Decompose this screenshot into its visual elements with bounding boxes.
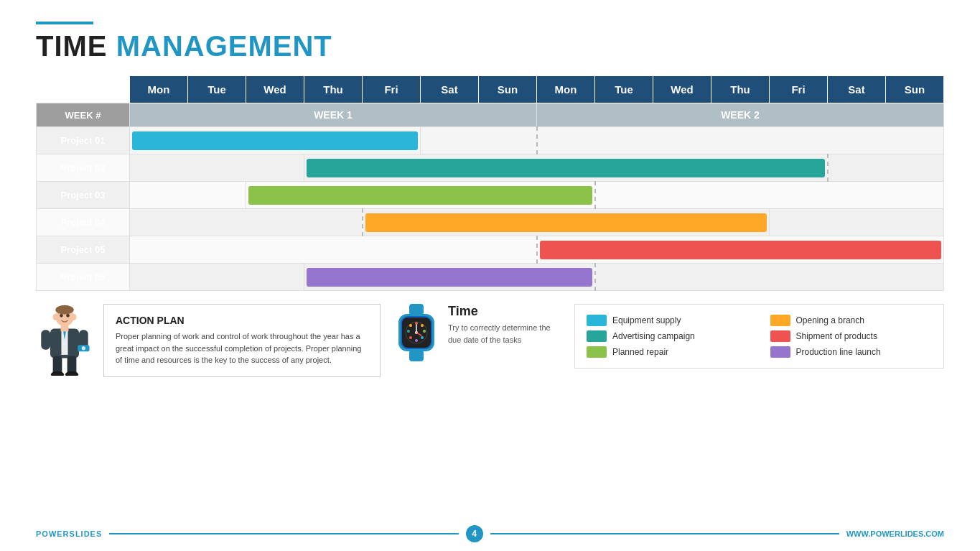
- svg-rect-18: [409, 304, 424, 315]
- project-06-empty2: [595, 264, 944, 291]
- title-dark: TIME: [36, 30, 108, 62]
- project-05-label: Project 05: [37, 236, 130, 264]
- footer-website: WWW.POWERLIDES.COM: [846, 529, 944, 538]
- svg-point-16: [60, 314, 63, 318]
- project-05-empty1: [130, 236, 537, 264]
- project-04-label: Project 04: [37, 209, 130, 236]
- gantt-table: Mon Tue Wed Thu Fri Sat Sun Mon Tue Wed …: [36, 75, 944, 291]
- legend-color-1: [770, 315, 790, 326]
- legend-color-5: [770, 346, 790, 358]
- week-hash: WEEK #: [37, 103, 130, 127]
- legend-color-0: [587, 315, 607, 326]
- svg-point-26: [423, 330, 426, 333]
- action-plan-block: ACTION PLAN Proper planning of work and …: [36, 304, 381, 377]
- svg-point-31: [409, 324, 412, 327]
- day-w2-thu: Thu: [711, 76, 770, 103]
- project-03-label: Project 03: [37, 182, 130, 209]
- day-w1-wed: Wed: [246, 76, 304, 103]
- project-03-empty1: [130, 182, 246, 209]
- project-04-empty2: [770, 209, 944, 236]
- day-w2-fri: Fri: [770, 76, 828, 103]
- slide: TIME MANAGEMENT Mon Tue Wed Thu: [0, 0, 980, 551]
- footer-line-right: [490, 533, 839, 534]
- legend-label-3: Shipment of products: [796, 331, 877, 341]
- day-w2-sat: Sat: [828, 76, 886, 103]
- action-plan-title: ACTION PLAN: [116, 315, 368, 326]
- gantt-chart: Mon Tue Wed Thu Fri Sat Sun Mon Tue Wed …: [36, 75, 944, 291]
- project-02-bar: [304, 154, 828, 182]
- legend-label-1: Opening a branch: [796, 315, 864, 325]
- legend-color-4: [587, 346, 607, 358]
- project-row-01: Project 01: [37, 127, 944, 154]
- project-row-02: Project 02: [37, 154, 944, 182]
- page-title: TIME MANAGEMENT: [36, 30, 944, 62]
- action-plan-body: Proper planning of work and control of w…: [116, 330, 368, 366]
- legend-block: Equipment supply Opening a branch Advert…: [574, 304, 944, 369]
- project-02-label: Project 02: [37, 154, 130, 182]
- legend-item-4: Planned repair: [587, 346, 749, 358]
- day-w2-mon: Mon: [537, 76, 595, 103]
- svg-rect-13: [61, 325, 69, 331]
- header-empty: [37, 76, 130, 103]
- project-03-bar: [246, 182, 595, 209]
- day-w1-sun: Sun: [479, 76, 537, 103]
- project-06-bar: [304, 264, 595, 291]
- project-05-bar: [537, 236, 944, 264]
- legend-color-2: [587, 330, 607, 342]
- legend-item-2: Advertising campaign: [587, 330, 749, 342]
- svg-rect-19: [409, 350, 424, 361]
- footer-brand: POWERSLIDES: [36, 529, 102, 538]
- footer: POWERSLIDES 4 WWW.POWERLIDES.COM: [36, 525, 944, 542]
- footer-line-left: [109, 533, 458, 534]
- svg-point-8: [65, 371, 78, 376]
- legend-item-0: Equipment supply: [587, 315, 749, 326]
- project-02-empty2: [828, 154, 944, 182]
- bar-teal-02: [307, 159, 825, 177]
- day-w1-mon: Mon: [130, 76, 188, 103]
- project-row-03: Project 03: [37, 182, 944, 209]
- gantt-week-row: WEEK # WEEK 1 WEEK 2: [37, 103, 944, 127]
- legend-item-1: Opening a branch: [770, 315, 933, 326]
- footer-page-number: 4: [466, 525, 483, 542]
- project-01-label: Project 01: [37, 127, 130, 154]
- time-block: Time Try to correctly determine the due …: [395, 304, 560, 361]
- legend-label-4: Planned repair: [612, 347, 668, 357]
- day-w1-fri: Fri: [363, 76, 421, 103]
- svg-point-29: [409, 336, 412, 339]
- legend-color-3: [770, 330, 790, 342]
- title-blue: MANAGEMENT: [116, 30, 332, 62]
- bottom-section: ACTION PLAN Proper planning of work and …: [36, 304, 944, 377]
- svg-point-12: [82, 346, 85, 350]
- bar-red-05: [540, 241, 942, 259]
- gantt-header-row: Mon Tue Wed Thu Fri Sat Sun Mon Tue Wed …: [37, 76, 944, 103]
- svg-point-17: [66, 314, 70, 318]
- day-w2-sun: Sun: [886, 76, 944, 103]
- action-plan-text-box: ACTION PLAN Proper planning of work and …: [103, 304, 381, 377]
- svg-point-27: [421, 336, 424, 339]
- footer-brand-dark: POWER: [36, 529, 70, 538]
- bar-blue-01: [132, 131, 418, 150]
- legend-label-2: Advertising campaign: [612, 331, 695, 341]
- time-subtitle: Try to correctly determine the due date …: [448, 322, 560, 346]
- svg-point-7: [51, 371, 64, 376]
- day-w1-sat: Sat: [421, 76, 479, 103]
- legend-item-3: Shipment of products: [770, 330, 933, 342]
- svg-point-15: [71, 314, 76, 320]
- day-w2-tue: Tue: [595, 76, 653, 103]
- day-w1-thu: Thu: [304, 76, 363, 103]
- week1-label: WEEK 1: [130, 103, 537, 127]
- project-row-06: Project 06: [37, 264, 944, 291]
- person-icon: [36, 304, 93, 376]
- svg-point-14: [53, 314, 58, 320]
- svg-point-1: [55, 305, 73, 315]
- bar-orange-04: [365, 213, 767, 232]
- legend-item-5: Production line launch: [770, 346, 933, 358]
- project-01-bar: [130, 127, 421, 154]
- project-03-empty2: [595, 182, 944, 209]
- watch-icon: [395, 304, 438, 361]
- day-w1-tue: Tue: [188, 76, 246, 103]
- legend-label-5: Production line launch: [796, 347, 881, 357]
- project-row-04: Project 04: [37, 209, 944, 236]
- svg-point-28: [415, 339, 418, 342]
- time-text: Time Try to correctly determine the due …: [448, 304, 560, 346]
